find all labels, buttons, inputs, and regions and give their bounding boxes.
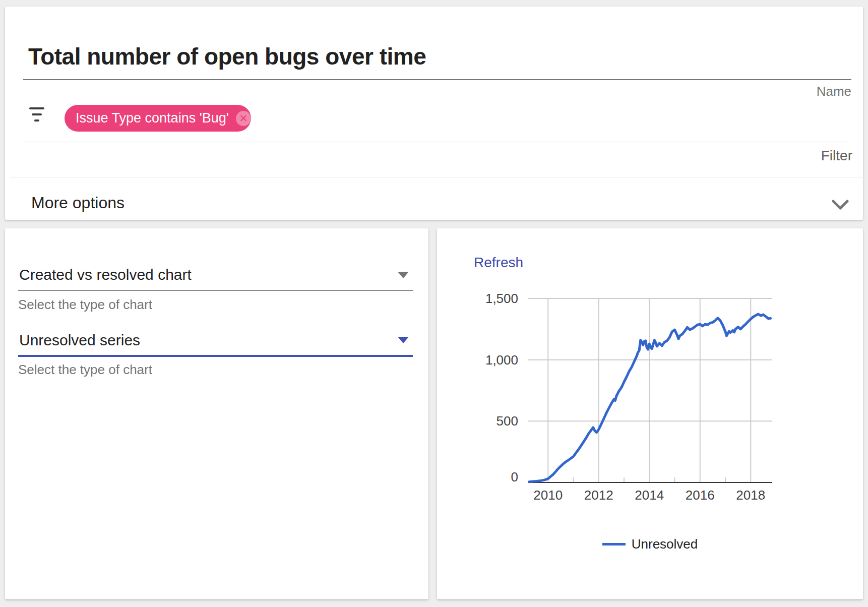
- svg-text:0: 0: [511, 469, 518, 484]
- name-input-underline: [23, 79, 851, 80]
- dashboard-page: Total number of open bugs over time Name…: [0, 0, 868, 607]
- chart-type-select-underline: [18, 290, 413, 291]
- legend-line-swatch: [602, 543, 626, 545]
- svg-text:1,000: 1,000: [485, 352, 518, 368]
- filter-list-icon: [29, 107, 44, 122]
- svg-text:500: 500: [497, 413, 518, 429]
- series-select[interactable]: Unresolved series: [19, 332, 140, 349]
- series-helper-text: Select the type of chart: [18, 362, 152, 378]
- series-select-underline: [18, 355, 413, 357]
- filter-field-label: Filter: [5, 148, 852, 164]
- more-options-divider: [10, 177, 868, 178]
- chart-settings-card: Total number of open bugs over time Name…: [5, 7, 863, 220]
- line-chart: 05001,0001,50020102012201420162018: [437, 228, 863, 531]
- close-icon: ✕: [239, 113, 248, 124]
- chart-type-select[interactable]: Created vs resolved chart: [19, 266, 192, 283]
- svg-text:2018: 2018: [736, 488, 765, 503]
- dropdown-arrow-icon-active[interactable]: [398, 337, 409, 343]
- filter-chip[interactable]: Issue Type contains 'Bug' ✕: [65, 105, 251, 132]
- more-options-toggle[interactable]: More options: [31, 194, 125, 212]
- dropdown-arrow-icon[interactable]: [398, 272, 409, 278]
- svg-text:2010: 2010: [533, 488, 563, 503]
- chart-name-input[interactable]: Total number of open bugs over time: [28, 43, 426, 70]
- svg-text:2016: 2016: [686, 488, 715, 503]
- chevron-down-icon[interactable]: [832, 199, 849, 210]
- filter-chip-label: Issue Type contains 'Bug': [65, 110, 229, 126]
- chip-remove-button[interactable]: ✕: [236, 111, 251, 126]
- svg-text:2012: 2012: [584, 488, 613, 503]
- legend-series-label: Unresolved: [632, 536, 698, 552]
- chart-legend: Unresolved: [437, 536, 863, 552]
- chart-type-card: [5, 228, 428, 599]
- filter-field-underline: [23, 142, 851, 142]
- chart-type-helper-text: Select the type of chart: [18, 297, 152, 313]
- svg-text:1,500: 1,500: [485, 291, 518, 306]
- name-field-label: Name: [5, 84, 851, 99]
- svg-text:2014: 2014: [635, 488, 664, 503]
